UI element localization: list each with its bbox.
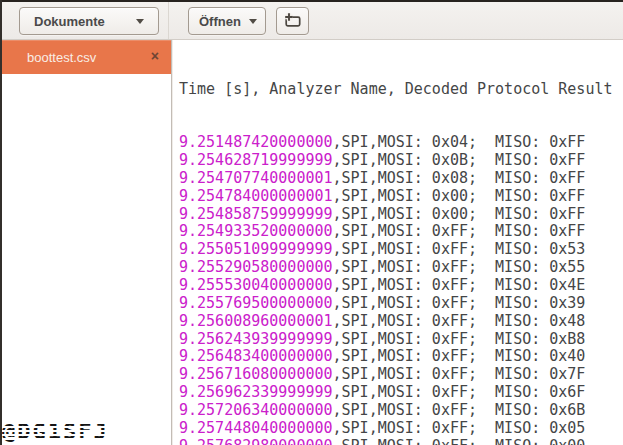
- csv-header-row: Time [s], Analyzer Name, Decoded Protoco…: [179, 81, 623, 99]
- tab-new-icon: [283, 12, 303, 30]
- timestamp: 9.255290580000000: [179, 258, 333, 276]
- document-list-item-active[interactable]: boottest.csv ×: [2, 40, 171, 74]
- chevron-down-icon: [249, 19, 257, 24]
- csv-row: 9.256483400000000,SPI,MOSI: 0xFF; MISO: …: [179, 348, 623, 366]
- csv-row: 9.255769500000000,SPI,MOSI: 0xFF; MISO: …: [179, 295, 623, 313]
- timestamp: 9.254707740000001: [179, 169, 333, 187]
- csv-rows: 9.251487420000000,SPI,MOSI: 0x04; MISO: …: [179, 134, 623, 445]
- csv-content: Time [s], Analyzer Name, Decoded Protoco…: [173, 40, 623, 445]
- timestamp: 9.255530040000000: [179, 276, 333, 294]
- csv-row: 9.256008960000001,SPI,MOSI: 0xFF; MISO: …: [179, 313, 623, 331]
- timestamp: 9.256716080000000: [179, 365, 333, 383]
- timestamp: 9.255769500000000: [179, 294, 333, 312]
- csv-row: 9.254628719999999,SPI,MOSI: 0x0B; MISO: …: [179, 152, 623, 170]
- timestamp: 9.256483400000000: [179, 347, 333, 365]
- timestamp: 9.255051099999999: [179, 240, 333, 258]
- csv-row: 9.256716080000000,SPI,MOSI: 0xFF; MISO: …: [179, 366, 623, 384]
- timestamp: 9.254933520000000: [179, 222, 333, 240]
- csv-row: 9.254858759999999,SPI,MOSI: 0x00; MISO: …: [179, 206, 623, 224]
- toolbar: Dokumente Öffnen: [2, 2, 623, 40]
- csv-row: 9.255051099999999,SPI,MOSI: 0xFF; MISO: …: [179, 241, 623, 259]
- timestamp: 9.256008960000001: [179, 312, 333, 330]
- timestamp: 9.257206340000000: [179, 401, 333, 419]
- csv-row: 9.254784000000001,SPI,MOSI: 0x00; MISO: …: [179, 188, 623, 206]
- timestamp: 9.254784000000001: [179, 187, 333, 205]
- watermark: @DG1SFJ: [2, 422, 109, 442]
- timestamp: 9.257682980000000: [179, 437, 333, 445]
- timestamp: 9.254628719999999: [179, 151, 333, 169]
- documents-menu-button[interactable]: Dokumente: [19, 7, 159, 35]
- csv-row: 9.254707740000001,SPI,MOSI: 0x08; MISO: …: [179, 170, 623, 188]
- csv-row: 9.254933520000000,SPI,MOSI: 0xFF; MISO: …: [179, 223, 623, 241]
- open-menu-button[interactable]: Öffnen: [188, 7, 266, 35]
- timestamp: 9.254858759999999: [179, 205, 333, 223]
- csv-row: 9.256243939999999,SPI,MOSI: 0xFF; MISO: …: [179, 331, 623, 349]
- csv-row: 9.256962339999999,SPI,MOSI: 0xFF; MISO: …: [179, 384, 623, 402]
- window-left-edge: [0, 0, 2, 445]
- document-name: boottest.csv: [27, 50, 96, 65]
- csv-row: 9.251487420000000,SPI,MOSI: 0x04; MISO: …: [179, 134, 623, 152]
- csv-row: 9.255530040000000,SPI,MOSI: 0xFF; MISO: …: [179, 277, 623, 295]
- window-top-edge: [0, 0, 623, 2]
- timestamp: 9.256243939999999: [179, 330, 333, 348]
- documents-panel: boottest.csv ×: [2, 40, 171, 445]
- csv-row: 9.255290580000000,SPI,MOSI: 0xFF; MISO: …: [179, 259, 623, 277]
- documents-menu-label: Dokumente: [34, 14, 105, 29]
- toolbar-separator: [168, 2, 169, 39]
- timestamp: 9.257448040000000: [179, 419, 333, 437]
- text-editor-area[interactable]: Time [s], Analyzer Name, Decoded Protoco…: [173, 40, 623, 445]
- timestamp: 9.251487420000000: [179, 133, 333, 151]
- timestamp: 9.256962339999999: [179, 383, 333, 401]
- gedit-window: Dokumente Öffnen boottest.csv × Time [s]…: [0, 0, 623, 445]
- watermark-scanlines: [0, 420, 111, 444]
- open-menu-label: Öffnen: [199, 14, 241, 29]
- new-tab-button[interactable]: [276, 7, 309, 35]
- close-icon[interactable]: ×: [151, 49, 159, 63]
- csv-row: 9.257448040000000,SPI,MOSI: 0xFF; MISO: …: [179, 420, 623, 438]
- csv-row: 9.257206340000000,SPI,MOSI: 0xFF; MISO: …: [179, 402, 623, 420]
- chevron-down-icon: [136, 19, 144, 24]
- csv-row: 9.257682980000000,SPI,MOSI: 0xFF; MISO: …: [179, 438, 623, 445]
